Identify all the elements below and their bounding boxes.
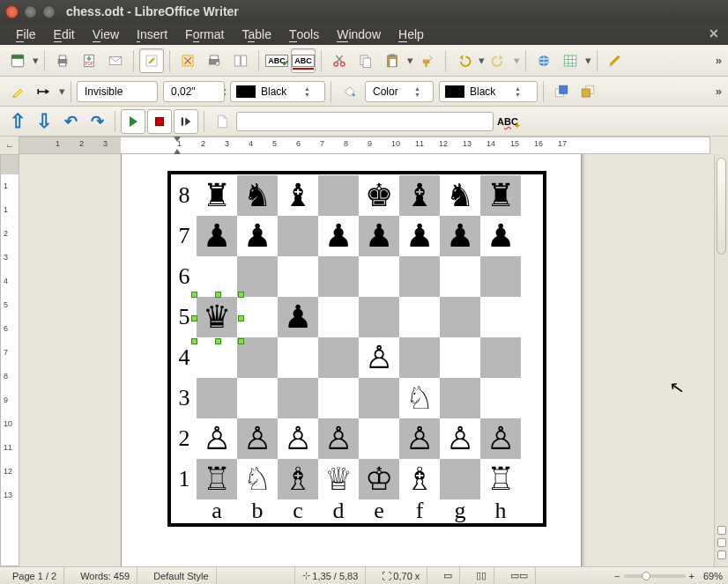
chess-square-h7[interactable]: ♟ <box>480 216 521 256</box>
line-width-combo[interactable]: ▲▼ <box>163 81 225 102</box>
undo-dropdown[interactable]: ▾ <box>478 54 485 67</box>
menu-tools[interactable]: Tools <box>280 25 328 44</box>
chess-square-h3[interactable] <box>480 378 521 418</box>
nav-up-icon[interactable]: ⇧ <box>5 109 30 134</box>
scrollbar-thumb[interactable] <box>717 158 726 255</box>
hyperlink-icon[interactable] <box>531 48 556 73</box>
print-preview-icon[interactable] <box>202 48 227 73</box>
line-style-combo[interactable]: ▲▼ <box>77 81 158 102</box>
chess-square-h2[interactable]: ♙ <box>480 418 521 459</box>
insert-table-dropdown[interactable]: ▾ <box>584 54 591 67</box>
mail-icon[interactable] <box>103 48 128 73</box>
chess-square-a1[interactable]: ♖ <box>197 459 237 499</box>
auto-spellcheck-icon[interactable]: ABC <box>291 48 316 73</box>
chess-square-d6[interactable] <box>318 256 359 297</box>
chess-square-a2[interactable]: ♙ <box>197 418 237 459</box>
fill-mode-combo[interactable]: ▲▼ <box>365 81 434 102</box>
copy-icon[interactable] <box>353 48 378 73</box>
line-color-value[interactable] <box>259 85 301 99</box>
chess-square-g4[interactable] <box>440 337 480 378</box>
chess-square-a8[interactable]: ♜ <box>197 175 237 216</box>
chess-square-e8[interactable]: ♚ <box>359 175 399 216</box>
chess-square-c2[interactable]: ♙ <box>278 418 318 459</box>
vertical-scrollbar[interactable] <box>714 154 728 566</box>
highlight-color-icon[interactable] <box>5 79 30 104</box>
undo-nav-icon[interactable]: ↶ <box>58 109 83 134</box>
nav-down-icon[interactable]: ⇩ <box>32 109 56 134</box>
document-canvas[interactable]: 8♜♞♝♚♝♞♜7♟♟♟♟♟♟♟65♛♟4♙3♘2♙♙♙♙♙♙♙1♖♘♗♕♔♗♖… <box>19 154 714 566</box>
chess-square-f1[interactable]: ♗ <box>399 459 440 499</box>
fill-mode-value[interactable] <box>371 85 412 99</box>
chess-square-h4[interactable] <box>480 337 521 378</box>
chess-square-a3[interactable] <box>197 378 237 418</box>
redo-icon[interactable] <box>487 48 511 73</box>
chess-square-d5[interactable] <box>318 297 359 337</box>
chess-square-g7[interactable]: ♟ <box>440 216 480 256</box>
menu-view[interactable]: View <box>84 25 128 44</box>
arrow-style-icon[interactable] <box>32 79 56 104</box>
to-background-icon[interactable] <box>576 79 600 104</box>
view-single-page-icon[interactable]: ▭ <box>436 567 460 584</box>
chess-square-g8[interactable]: ♞ <box>440 175 480 216</box>
chess-square-e4[interactable]: ♙ <box>359 337 399 378</box>
open-start-center-icon[interactable] <box>5 48 30 73</box>
find-toolbar-input[interactable] <box>236 112 494 131</box>
chess-square-c3[interactable] <box>278 378 318 418</box>
fill-bucket-icon[interactable] <box>337 79 361 104</box>
chess-square-h5[interactable] <box>480 297 521 337</box>
edit-mode-icon[interactable] <box>139 48 164 73</box>
horizontal-ruler[interactable]: 3211234567891011121314151617 <box>19 137 710 154</box>
zoom-value[interactable]: 69% <box>703 571 723 581</box>
chess-square-e3[interactable] <box>359 378 399 418</box>
step-macro-icon[interactable] <box>174 109 198 134</box>
toolbar-overflow[interactable]: » <box>707 54 723 67</box>
fill-color-combo[interactable]: ▲▼ <box>439 81 538 102</box>
chess-square-e1[interactable]: ♔ <box>359 459 399 499</box>
chess-square-f4[interactable] <box>399 337 440 378</box>
cut-icon[interactable] <box>327 48 352 73</box>
zoom-in-icon[interactable]: + <box>689 571 695 581</box>
chess-square-g2[interactable]: ♙ <box>440 418 480 459</box>
chess-square-c4[interactable] <box>278 337 318 378</box>
chess-square-b3[interactable] <box>237 378 278 418</box>
chess-square-f8[interactable]: ♝ <box>399 175 440 216</box>
redo-nav-icon[interactable]: ↷ <box>85 109 109 134</box>
nav-next-page-icon[interactable] <box>717 551 726 559</box>
chess-square-g3[interactable] <box>440 378 480 418</box>
undo-icon[interactable] <box>451 48 476 73</box>
chess-square-b1[interactable]: ♘ <box>237 459 278 499</box>
chess-square-f6[interactable] <box>399 256 440 297</box>
chess-square-f2[interactable]: ♙ <box>399 418 440 459</box>
chess-square-c8[interactable]: ♝ <box>278 175 318 216</box>
chess-square-g5[interactable] <box>440 297 480 337</box>
find-replace-icon[interactable]: ABC✦ <box>495 109 520 134</box>
chess-square-d4[interactable] <box>318 337 359 378</box>
view-multi-page-icon[interactable]: ▯▯ <box>469 567 494 584</box>
zoom-out-icon[interactable]: − <box>614 571 620 581</box>
window-minimize-button[interactable] <box>24 5 37 18</box>
nav-prev-page-icon[interactable] <box>717 526 726 535</box>
arrow-style-dropdown[interactable]: ▾ <box>58 85 65 98</box>
chess-square-d3[interactable] <box>318 378 359 418</box>
stop-macro-icon[interactable] <box>147 109 172 134</box>
document-close-button[interactable]: ✕ <box>707 26 721 41</box>
chess-square-c5[interactable]: ♟ <box>278 297 318 337</box>
export-pdf-icon[interactable]: PDF <box>77 48 101 73</box>
status-page[interactable]: Page 1 / 2 <box>5 567 64 584</box>
insert-table-icon[interactable] <box>558 48 583 73</box>
chess-square-h1[interactable]: ♖ <box>480 459 521 499</box>
chess-square-h6[interactable] <box>480 256 521 297</box>
menu-insert[interactable]: Insert <box>128 25 176 44</box>
chess-square-b4[interactable] <box>237 337 278 378</box>
view-book-icon[interactable]: ▭▭ <box>503 567 536 584</box>
chess-square-a7[interactable]: ♟ <box>197 216 237 256</box>
new-dropdown[interactable]: ▾ <box>32 54 39 67</box>
chess-square-f3[interactable]: ♘ <box>399 378 440 418</box>
zoom-slider[interactable]: − + 69% <box>614 571 723 581</box>
menu-file[interactable]: File <box>7 25 45 44</box>
menu-edit[interactable]: Edit <box>45 25 84 44</box>
paste-dropdown[interactable]: ▾ <box>406 54 413 67</box>
menu-format[interactable]: Format <box>176 25 233 44</box>
vertical-ruler[interactable]: 112345678910111213 <box>0 154 19 566</box>
run-macro-icon[interactable] <box>121 109 145 134</box>
